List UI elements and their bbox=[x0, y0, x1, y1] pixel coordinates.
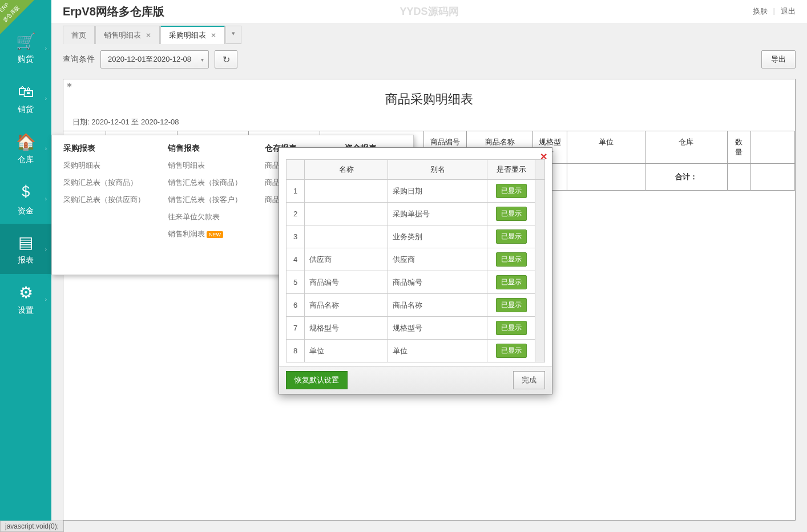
row-name[interactable] bbox=[305, 225, 388, 248]
scrollbar[interactable] bbox=[535, 160, 545, 180]
chevron-right-icon: › bbox=[45, 95, 47, 102]
scrollbar-track[interactable] bbox=[535, 180, 545, 362]
logout-link[interactable]: 退出 bbox=[781, 6, 796, 17]
refresh-button[interactable]: ↻ bbox=[215, 50, 237, 68]
grid-sum-cell-8 bbox=[567, 164, 645, 190]
table-row: 6商品名称商品名称已显示 bbox=[287, 294, 545, 317]
grid-col-10: 数量 bbox=[728, 131, 751, 164]
sidebar-icon: 🛍 bbox=[18, 82, 34, 101]
tab-bar: 首页销售明细表✕采购明细表✕▾ bbox=[63, 26, 807, 44]
tab-menu-button[interactable]: ▾ bbox=[225, 26, 241, 44]
sidebar-icon: ＄ bbox=[18, 181, 34, 203]
row-alias[interactable]: 供应商 bbox=[388, 248, 487, 271]
export-button[interactable]: 导出 bbox=[761, 50, 796, 68]
row-alias[interactable]: 采购单据号 bbox=[388, 203, 487, 225]
sidebar-icon: ⚙ bbox=[19, 283, 33, 302]
status-toggle[interactable]: 已显示 bbox=[496, 298, 527, 312]
skin-link[interactable]: 换肤 bbox=[753, 6, 768, 17]
separator: | bbox=[773, 6, 775, 17]
flyout-link[interactable]: 销售明细表 bbox=[168, 160, 242, 171]
sidebar-icon: 🏠 bbox=[16, 132, 36, 151]
sidebar-item-2[interactable]: 🏠仓库› bbox=[0, 123, 51, 174]
row-name[interactable] bbox=[305, 180, 388, 203]
tab-2[interactable]: 采购明细表✕ bbox=[160, 26, 225, 44]
sidebar-label: 仓库 bbox=[18, 155, 34, 165]
status-toggle[interactable]: 已显示 bbox=[496, 184, 527, 198]
table-row: 5商品编号商品编号已显示 bbox=[287, 271, 545, 294]
tab-label: 采购明细表 bbox=[169, 30, 206, 41]
row-num: 1 bbox=[287, 180, 305, 203]
column-settings-modal: ✕ 名称 别名 是否显示 1采购日期已显示2采购单据号已显示3业务类别已显示4供… bbox=[279, 147, 552, 394]
flyout-link[interactable]: 销售汇总表（按客户） bbox=[168, 195, 242, 205]
table-row: 3业务类别已显示 bbox=[287, 225, 545, 248]
sidebar-item-5[interactable]: ⚙设置› bbox=[0, 274, 51, 324]
flyout-link[interactable]: 采购明细表 bbox=[63, 160, 145, 171]
gear-icon[interactable]: ✱ bbox=[67, 82, 72, 89]
status-toggle[interactable]: 已显示 bbox=[496, 344, 527, 358]
row-alias[interactable]: 业务类别 bbox=[388, 225, 487, 248]
report-title: 商品采购明细表 bbox=[63, 79, 795, 114]
row-alias[interactable]: 采购日期 bbox=[388, 180, 487, 203]
flyout-link[interactable]: 销售汇总表（按商品） bbox=[168, 178, 242, 188]
sidebar-item-3[interactable]: ＄资金› bbox=[0, 174, 51, 224]
chevron-right-icon: › bbox=[45, 196, 47, 202]
row-alias[interactable]: 单位 bbox=[388, 340, 487, 362]
th-show: 是否显示 bbox=[487, 160, 535, 180]
chevron-right-icon: › bbox=[45, 246, 47, 252]
grid-col-8: 单位 bbox=[567, 131, 645, 164]
new-badge: NEW bbox=[207, 231, 223, 238]
row-name[interactable]: 供应商 bbox=[305, 248, 388, 271]
tab-1[interactable]: 销售明细表✕ bbox=[95, 26, 160, 44]
status-toggle[interactable]: 已显示 bbox=[496, 275, 527, 289]
sidebar-label: 资金 bbox=[18, 206, 34, 216]
row-name[interactable]: 商品名称 bbox=[305, 294, 388, 317]
status-toggle[interactable]: 已显示 bbox=[496, 321, 527, 335]
report-date-range: 日期: 2020-12-01 至 2020-12-08 bbox=[63, 114, 795, 131]
row-name[interactable]: 单位 bbox=[305, 340, 388, 362]
row-name[interactable]: 规格型号 bbox=[305, 317, 388, 340]
flyout-link[interactable]: 销售利润表NEW bbox=[168, 229, 242, 239]
sidebar-item-1[interactable]: 🛍销货› bbox=[0, 73, 51, 123]
sidebar-item-4[interactable]: ▤报表› bbox=[0, 224, 51, 274]
reset-defaults-button[interactable]: 恢复默认设置 bbox=[286, 371, 348, 389]
status-toggle[interactable]: 已显示 bbox=[496, 207, 527, 221]
chevron-right-icon: › bbox=[45, 146, 47, 152]
row-name[interactable]: 商品编号 bbox=[305, 271, 388, 294]
status-bar: javascript:void(0); bbox=[0, 521, 64, 532]
tab-label: 销售明细表 bbox=[104, 30, 141, 41]
status-toggle[interactable]: 已显示 bbox=[496, 229, 527, 244]
toolbar: 查询条件 2020-12-01至2020-12-08 ↻ 导出 bbox=[63, 47, 796, 72]
tab-0[interactable]: 首页 bbox=[63, 26, 95, 44]
row-num: 4 bbox=[287, 248, 305, 271]
row-name[interactable] bbox=[305, 203, 388, 225]
flyout-group-0: 采购报表采购明细表采购汇总表（按商品）采购汇总表（按供应商） bbox=[52, 143, 156, 263]
row-num: 6 bbox=[287, 294, 305, 317]
date-range-select[interactable]: 2020-12-01至2020-12-08 bbox=[100, 50, 209, 68]
flyout-head: 采购报表 bbox=[63, 143, 145, 154]
table-row: 2采购单据号已显示 bbox=[287, 203, 545, 225]
done-button[interactable]: 完成 bbox=[513, 371, 545, 389]
row-alias[interactable]: 商品名称 bbox=[388, 294, 487, 317]
th-idx bbox=[287, 160, 305, 180]
grid-sum-cell-10 bbox=[728, 164, 751, 190]
flyout-link[interactable]: 往来单位欠款表 bbox=[168, 212, 242, 222]
close-icon[interactable]: ✕ bbox=[211, 31, 216, 39]
tab-label: 首页 bbox=[71, 30, 86, 41]
row-alias[interactable]: 商品编号 bbox=[388, 271, 487, 294]
row-status-cell: 已显示 bbox=[487, 225, 535, 248]
close-icon[interactable]: ✕ bbox=[146, 31, 151, 39]
settings-table: 名称 别名 是否显示 1采购日期已显示2采购单据号已显示3业务类别已显示4供应商… bbox=[286, 159, 545, 362]
th-alias: 别名 bbox=[388, 160, 487, 180]
close-icon[interactable]: ✕ bbox=[540, 151, 547, 162]
flyout-link[interactable]: 采购汇总表（按商品） bbox=[63, 178, 145, 188]
status-toggle[interactable]: 已显示 bbox=[496, 252, 527, 267]
row-num: 2 bbox=[287, 203, 305, 225]
row-alias[interactable]: 规格型号 bbox=[388, 317, 487, 340]
table-row: 7规格型号规格型号已显示 bbox=[287, 317, 545, 340]
sidebar-item-0[interactable]: 🛒购货› bbox=[0, 23, 51, 73]
flyout-link[interactable]: 采购汇总表（按供应商） bbox=[63, 195, 145, 205]
grid-col-9: 仓库 bbox=[645, 131, 728, 164]
row-status-cell: 已显示 bbox=[487, 180, 535, 203]
header: ErpV8网络多仓库版 YYDS源码网 换肤 | 退出 bbox=[51, 0, 807, 23]
row-status-cell: 已显示 bbox=[487, 294, 535, 317]
